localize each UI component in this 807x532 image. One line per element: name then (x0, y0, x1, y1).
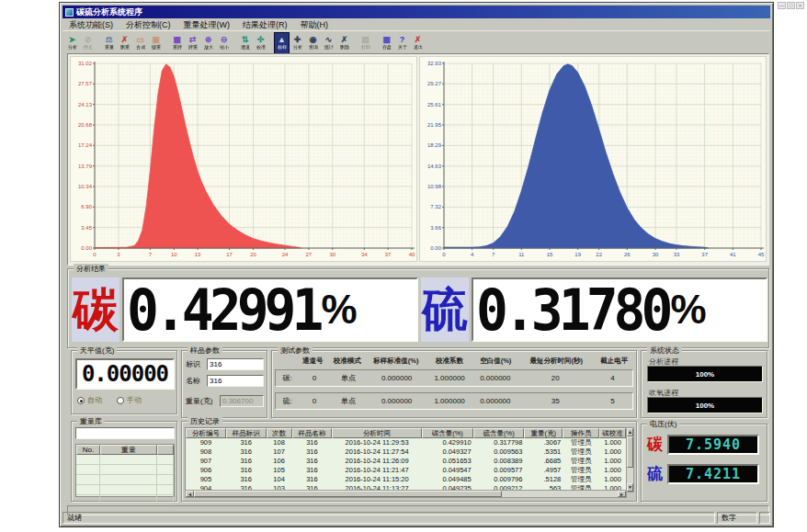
toolbar-button-分析[interactable]: ✚分析 (290, 32, 305, 54)
test-params-value: 0 (299, 397, 329, 405)
svg-text:7: 7 (492, 252, 495, 257)
toolbar-button-标样[interactable]: ▲标样 (274, 32, 290, 54)
save-icon: ▦ (382, 35, 391, 44)
test-params-row-硫:: 硫:0单点0.0000001.0000000.000000355 (275, 392, 633, 410)
sample-field-input-重量(克) (220, 395, 264, 407)
svg-text:3.66: 3.66 (430, 225, 441, 231)
toolbar-button-合成[interactable]: ▭合成 (132, 32, 148, 54)
history-cell: 0.049547 (422, 466, 473, 475)
toolbar-button-放大[interactable]: ⊕放大 (200, 32, 216, 54)
history-header-次数[interactable]: 次数 (267, 428, 292, 438)
weight-table-row[interactable] (76, 465, 174, 475)
svg-text:13: 13 (195, 252, 201, 257)
menu-item-3[interactable]: 结果处理(R) (236, 19, 294, 30)
start-analysis-icon: ➤ (69, 35, 76, 44)
weight-table-cell (157, 455, 174, 465)
carbon-element-label: 碳 (72, 277, 119, 342)
radio-label: 手动 (127, 395, 142, 405)
analysis-results-label: 分析结果 (74, 264, 108, 274)
delete-record-icon: ✗ (341, 35, 348, 44)
history-cell: 0.051653 (422, 457, 473, 466)
toolbar-button-缩小[interactable]: ⊖缩小 (216, 32, 232, 54)
toolbar-button-label: 退出 (413, 45, 422, 51)
scroll-left-icon[interactable]: ◄ (186, 491, 194, 497)
menu-item-4[interactable]: 帮助(H) (294, 19, 335, 30)
history-horizontal-scrollbar[interactable]: ◄► (185, 490, 627, 498)
vertical-scroll-thumb[interactable] (627, 436, 633, 468)
history-header-样品名称[interactable]: 样品名称 (292, 428, 333, 438)
history-cell: 管理员 (563, 438, 599, 447)
toolbar-group-6: ▦存盘?关于✗退出 (379, 32, 426, 54)
window-controls: — □ × (778, 2, 804, 9)
history-cell: 316 (292, 438, 333, 447)
radio-手动[interactable]: 手动 (117, 395, 142, 405)
menu-item-0[interactable]: 系统功能(S) (63, 19, 119, 30)
history-header-分析编号[interactable]: 分析编号 (186, 428, 226, 438)
radio-自动[interactable]: 自动 (77, 395, 102, 405)
sample-field-input-标识[interactable] (207, 358, 264, 370)
toolbar-button-键重[interactable]: ▣键重 (148, 32, 164, 54)
toolbar-button-统计[interactable]: ∿统计 (321, 32, 336, 54)
toolbar-button-删除[interactable]: ✗删除 (336, 32, 352, 54)
weight-table-row[interactable] (76, 475, 174, 485)
weight-table-row[interactable] (76, 485, 174, 495)
toolbar-button-重牌[interactable]: ▦重牌 (169, 32, 185, 54)
history-header-碳含量(%)[interactable]: 碳含量(%) (422, 428, 473, 438)
toolbar-button-校准[interactable]: ✣校准 (253, 32, 268, 54)
history-header-样品标识[interactable]: 样品标识 (226, 428, 267, 438)
history-header-分析时间[interactable]: 分析时间 (332, 428, 422, 438)
menu-item-1[interactable]: 分析控制(C) (119, 19, 177, 30)
svg-text:32.93: 32.93 (427, 61, 442, 66)
test-params-value: 0.000000 (472, 397, 517, 405)
scroll-right-icon[interactable]: ► (618, 491, 626, 497)
history-cell: .5128 (524, 475, 563, 484)
history-row[interactable]: 9083161073162016-10-24 11:27:540.0493270… (186, 447, 626, 457)
toolbar-button-关于[interactable]: ?关于 (394, 32, 410, 54)
minimize-icon[interactable]: — (778, 2, 786, 9)
menu-item-2[interactable]: 重量处理(W) (177, 19, 237, 30)
history-header-硫含量(%)[interactable]: 硫含量(%) (473, 428, 525, 438)
toolbar-button-打印: ▤打印 (358, 32, 373, 54)
weight-table-cell (100, 485, 157, 495)
toolbar-button-重量[interactable]: ⚖重量 (101, 32, 117, 54)
toolbar-button-删重[interactable]: ✗删重 (117, 32, 132, 54)
history-header-操作员[interactable]: 操作员 (563, 428, 599, 438)
weight-table-cell (157, 495, 174, 505)
test-params-value: 0 (299, 374, 329, 382)
sample-field-input-名称[interactable] (207, 375, 264, 387)
toolbar-button-牌重[interactable]: ⇄牌重 (185, 32, 200, 54)
sample-field-标识: 标识 (186, 358, 264, 370)
history-cell: 管理员 (563, 475, 599, 484)
horizontal-scroll-thumb[interactable] (194, 491, 502, 497)
svg-text:24.13: 24.13 (78, 102, 93, 108)
toolbar-button-label: 通道 (240, 45, 249, 51)
toolbar-group-1: ⚖重量✗删重▭合成▣键重 (101, 32, 164, 54)
toolbar-button-存盘[interactable]: ▦存盘 (379, 32, 394, 54)
maximize-icon[interactable]: □ (787, 2, 795, 9)
toolbar-button-通道[interactable]: ⇅通道 (237, 32, 253, 54)
history-header-碳校准[interactable]: 碳校准 (599, 428, 626, 438)
weight-table-row[interactable] (76, 455, 174, 465)
scroll-down-icon[interactable]: ▼ (627, 483, 633, 492)
history-row[interactable]: 9093161083162016-10-24 11:29:530.4299100… (186, 438, 626, 447)
toolbar-button-退出[interactable]: ✗退出 (410, 32, 426, 54)
system-status-label: 系统状态 (647, 345, 682, 356)
history-cell: 0.009563 (473, 447, 525, 457)
history-row[interactable]: 9063161053162016-10-24 11:21:470.0495470… (186, 466, 626, 475)
history-row[interactable]: 9073161063162016-10-24 11:26:090.0516530… (186, 457, 626, 466)
weight-library-input[interactable] (75, 427, 175, 439)
weight-table-row[interactable] (76, 495, 174, 505)
history-vertical-scrollbar[interactable]: ▲▼ (626, 427, 634, 492)
history-header-重量(克)[interactable]: 重量(克) (524, 428, 563, 438)
history-cell: 316 (226, 457, 267, 466)
close-icon[interactable]: × (796, 2, 804, 9)
toolbar-button-label: 分析 (67, 45, 76, 51)
toolbar-button-查询[interactable]: ◉查询 (305, 32, 321, 54)
history-cell: 2016-10-24 11:21:47 (332, 466, 422, 475)
statistics-icon: ∿ (325, 35, 333, 44)
toolbar-button-分析[interactable]: ➤分析 (64, 32, 80, 54)
analysis-record-icon: ✚ (294, 35, 301, 44)
history-row[interactable]: 9053161043162016-10-24 11:15:200.0494850… (186, 475, 626, 484)
scroll-up-icon[interactable]: ▲ (627, 428, 633, 436)
svg-text:11: 11 (518, 252, 525, 257)
